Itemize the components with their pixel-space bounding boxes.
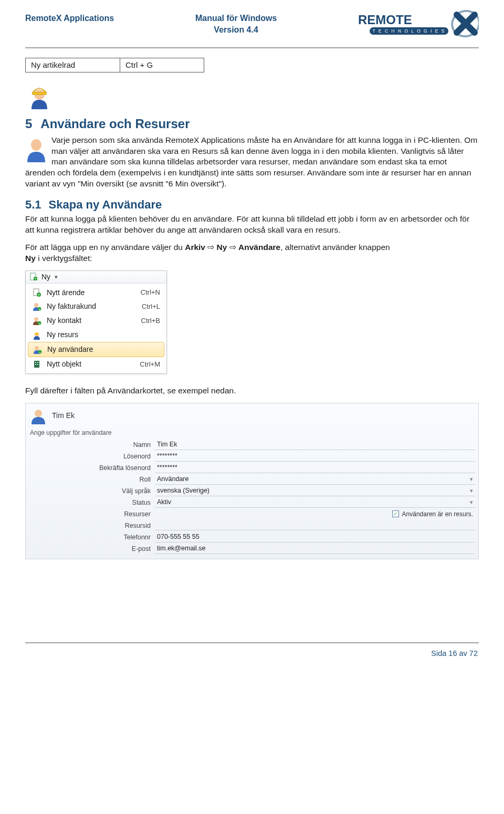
menu-item-nytt-objekt[interactable]: Nytt objektCtrl+M <box>28 357 164 371</box>
section-5-1-title: Skapa ny Användare <box>49 198 162 211</box>
is-resource-checkbox[interactable]: ✓ Användaren är en resurs. <box>392 510 473 518</box>
field-lang[interactable]: svenska (Sverige)▾ <box>155 486 475 496</box>
doc-plus-icon: + <box>32 288 41 297</box>
menu-item-label: Ny resurs <box>47 330 155 340</box>
person-plus-icon: + <box>32 316 41 326</box>
label-email: E-post <box>113 545 155 554</box>
label-resurser: Resurser <box>113 510 155 519</box>
ny-dropdown-caption[interactable]: + Ny ▾ <box>26 271 166 284</box>
row-status: Status Aktiv▾ <box>113 497 475 508</box>
field-phone[interactable]: 070-555 55 55 <box>155 532 475 542</box>
menu-item-ny-fakturakund[interactable]: +Ny fakturakundCtrl+L <box>28 299 164 314</box>
user-card-subhint: Ange uppgifter för användare <box>30 429 475 437</box>
menu-item-label: Ny fakturakund <box>47 301 136 311</box>
svg-rect-26 <box>37 364 38 365</box>
svg-rect-23 <box>35 362 36 363</box>
arrow-icon: ⇨ <box>205 243 217 252</box>
user-icon <box>30 408 47 424</box>
page-number: Sida 16 av 72 <box>431 649 478 659</box>
remotex-logo: REMOTE T E C H N O L O G I E S <box>358 9 479 40</box>
svg-point-5 <box>31 139 41 151</box>
menu-item-ny-anv-ndare[interactable]: +Ny användare <box>28 342 164 357</box>
chevron-down-icon: ▾ <box>55 273 58 281</box>
ny-dropdown-menu: + Ny ▾ +Nytt ärendeCtrl+N+Ny fakturakund… <box>25 270 167 374</box>
page-footer: Sida 16 av 72 <box>25 649 479 659</box>
menu-item-shortcut: Ctrl+M <box>140 360 160 369</box>
label-name: Namn <box>113 441 155 450</box>
field-name[interactable]: Tim Ek <box>155 440 475 450</box>
ny-dropdown-items: +Nytt ärendeCtrl+N+Ny fakturakundCtrl+L+… <box>26 284 166 373</box>
user-icon <box>25 137 47 162</box>
field-status[interactable]: Aktiv▾ <box>155 497 475 508</box>
section-5-heading: 5Användare och Resurser <box>25 116 479 132</box>
section-5-1-para2: För att lägga upp en ny användare väljer… <box>25 242 479 264</box>
remotex-logo-svg: REMOTE T E C H N O L O G I E S <box>358 9 479 40</box>
section-5-number: 5 <box>25 117 32 131</box>
menu-item-shortcut: Ctrl+L <box>142 302 160 311</box>
row-role: Roll Användare▾ <box>113 474 475 485</box>
header-title-line1: Manual för Windows <box>195 13 277 24</box>
menu-item-ny-resurs[interactable]: Ny resurs <box>28 328 164 342</box>
user-card-fields: Namn Tim Ek Lösenord ******** Bekräfta l… <box>29 439 475 555</box>
svg-text:+: + <box>38 321 40 325</box>
menu-item-ny-kontakt[interactable]: +Ny kontaktCtrl+B <box>28 314 164 328</box>
field-email[interactable]: tim.ek@email.se <box>155 544 475 554</box>
para2-ny2: Ny <box>25 254 36 263</box>
field-resursid[interactable] <box>155 521 475 530</box>
row-phone: Telefonnr 070-555 55 55 <box>113 531 475 543</box>
field-resurser: ✓ Användaren är en resurs. <box>155 509 475 519</box>
row-resurser: Resurser ✓ Användaren är en resurs. <box>113 508 475 520</box>
row-lang: Välj språk svenska (Sverige)▾ <box>113 485 475 497</box>
arrow-icon: ⇨ <box>227 243 238 252</box>
menu-item-label: Nytt ärende <box>47 288 135 298</box>
section-5-1-number: 5.1 <box>25 198 41 211</box>
svg-text:+: + <box>39 350 41 353</box>
menu-item-label: Nytt objekt <box>47 359 134 369</box>
svg-rect-4 <box>32 92 47 95</box>
para2-arkiv: Arkiv <box>185 243 205 252</box>
chevron-down-icon: ▾ <box>470 487 473 495</box>
svg-rect-25 <box>35 364 36 365</box>
worker-icon <box>32 330 41 340</box>
section-5-1-heading: 5.1Skapa ny Användare <box>25 197 479 213</box>
para2-pre: För att lägga upp en ny användare väljer… <box>25 243 185 252</box>
svg-point-19 <box>35 346 39 350</box>
row-resursid: Resursid <box>113 520 475 531</box>
checkbox-icon: ✓ <box>392 510 399 517</box>
para2-post2: i verktygsfältet: <box>36 254 92 263</box>
row-name: Namn Tim Ek <box>113 439 475 451</box>
shortcut-table: Ny artikelrad Ctrl + G <box>25 58 204 72</box>
field-password[interactable]: ******** <box>155 451 475 462</box>
svg-point-15 <box>34 317 38 321</box>
field-confirm[interactable]: ******** <box>155 463 475 473</box>
row-email: E-post tim.ek@email.se <box>113 543 475 555</box>
para2-anvandare: Användare <box>238 243 280 252</box>
header-title-line2: Version 4.4 <box>195 24 277 36</box>
menu-item-label: Ny användare <box>47 345 154 354</box>
svg-rect-24 <box>37 362 38 363</box>
menu-item-nytt-rende[interactable]: +Nytt ärendeCtrl+N <box>28 286 164 300</box>
svg-text:REMOTE: REMOTE <box>358 13 412 27</box>
svg-text:+: + <box>38 307 40 310</box>
field-role[interactable]: Användare▾ <box>155 474 475 485</box>
label-phone: Telefonnr <box>113 533 155 542</box>
chevron-down-icon: ▾ <box>470 475 473 483</box>
svg-text:+: + <box>34 276 37 281</box>
menu-item-shortcut: Ctrl+B <box>141 316 160 326</box>
para2-post1: , alternativt använder knappen <box>280 243 390 252</box>
label-password: Lösenord <box>113 452 155 461</box>
label-role: Roll <box>113 475 155 484</box>
user-plus-icon: + <box>32 302 41 311</box>
label-status: Status <box>113 498 155 507</box>
para2-ny: Ny <box>217 243 227 252</box>
chevron-down-icon: ▾ <box>470 498 473 506</box>
section-5-1-para1: För att kunna logga på klienten behöver … <box>25 214 479 236</box>
header-rule <box>25 47 479 48</box>
svg-text:+: + <box>38 293 40 297</box>
page-header: RemoteX Applications Manual för Windows … <box>25 9 479 47</box>
shortcut-label: Ny artikelrad <box>26 58 120 72</box>
svg-point-12 <box>34 303 38 307</box>
menu-item-label: Ny kontakt <box>47 316 136 326</box>
logo-sub: T E C H N O L O G I E S <box>372 28 445 34</box>
ny-caption-label: Ny <box>41 272 50 282</box>
